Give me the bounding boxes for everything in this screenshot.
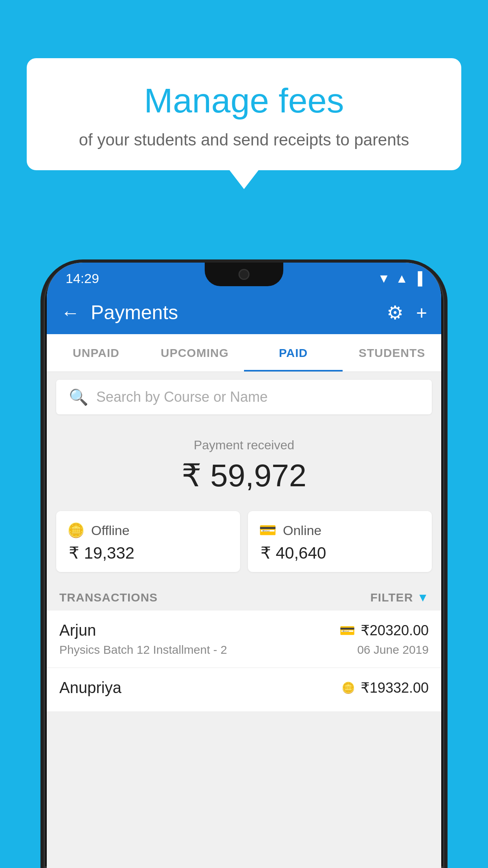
payment-cards: 🪙 Offline ₹ 19,332 💳 Online ₹ 40,640 bbox=[47, 505, 441, 583]
payment-received-section: Payment received ₹ 59,972 bbox=[47, 422, 441, 505]
transactions-header: TRANSACTIONS FILTER ▼ bbox=[47, 583, 441, 611]
transaction-bottom: Physics Batch 12 Installment - 2 06 June… bbox=[59, 643, 429, 657]
status-icons: ▼ ▲ ▐ bbox=[378, 271, 422, 286]
add-icon[interactable]: + bbox=[416, 302, 427, 324]
back-button[interactable]: ← bbox=[61, 302, 80, 324]
phone-frame: 14:29 ▼ ▲ ▐ ← Payments ⚙ + UNPAID UPCOMI… bbox=[44, 263, 444, 868]
search-bar[interactable]: 🔍 Search by Course or Name bbox=[56, 380, 432, 414]
filter-label: FILTER bbox=[371, 591, 413, 604]
transaction-name: Arjun bbox=[59, 622, 96, 639]
tab-unpaid[interactable]: UNPAID bbox=[47, 334, 145, 371]
filter-button[interactable]: FILTER ▼ bbox=[371, 591, 429, 604]
transaction-top: Arjun 💳 ₹20320.00 bbox=[59, 622, 429, 639]
phone-notch bbox=[205, 263, 283, 286]
wifi-icon: ▼ bbox=[378, 271, 390, 286]
speech-bubble: Manage fees of your students and send re… bbox=[27, 58, 461, 170]
tab-students[interactable]: STUDENTS bbox=[343, 334, 441, 371]
signal-icon: ▲ bbox=[396, 271, 408, 286]
bubble-title: Manage fees bbox=[50, 82, 438, 120]
tab-paid[interactable]: PAID bbox=[244, 334, 343, 371]
settings-icon[interactable]: ⚙ bbox=[387, 302, 404, 324]
online-icon: 💳 bbox=[259, 522, 277, 539]
offline-icon: 🪙 bbox=[67, 522, 85, 539]
phone-camera bbox=[238, 269, 250, 280]
online-card: 💳 Online ₹ 40,640 bbox=[248, 511, 432, 572]
screen-content: 🔍 Search by Course or Name Payment recei… bbox=[47, 372, 441, 712]
offline-card: 🪙 Offline ₹ 19,332 bbox=[56, 511, 240, 572]
transaction-name: Anupriya bbox=[59, 679, 121, 697]
online-amount: ₹ 40,640 bbox=[259, 543, 421, 563]
online-label: Online bbox=[283, 523, 321, 538]
table-row[interactable]: Anupriya 🪙 ₹19332.00 bbox=[47, 668, 441, 712]
transactions-label: TRANSACTIONS bbox=[59, 591, 158, 604]
online-card-header: 💳 Online bbox=[259, 522, 421, 539]
page-title: Payments bbox=[91, 301, 376, 324]
filter-icon: ▼ bbox=[417, 591, 429, 604]
rupee-payment-icon: 🪙 bbox=[341, 681, 355, 694]
tab-bar: UNPAID UPCOMING PAID STUDENTS bbox=[47, 334, 441, 372]
transaction-amount: ₹19332.00 bbox=[361, 680, 429, 696]
bubble-subtitle: of your students and send receipts to pa… bbox=[50, 129, 438, 151]
transaction-date: 06 June 2019 bbox=[357, 643, 429, 657]
tab-upcoming[interactable]: UPCOMING bbox=[145, 334, 244, 371]
offline-card-header: 🪙 Offline bbox=[67, 522, 229, 539]
table-row[interactable]: Arjun 💳 ₹20320.00 Physics Batch 12 Insta… bbox=[47, 611, 441, 668]
app-bar-actions: ⚙ + bbox=[387, 302, 427, 324]
phone-screen: 14:29 ▼ ▲ ▐ ← Payments ⚙ + UNPAID UPCOMI… bbox=[47, 263, 441, 868]
card-payment-icon: 💳 bbox=[339, 623, 355, 638]
payment-received-label: Payment received bbox=[56, 438, 432, 452]
search-input[interactable]: Search by Course or Name bbox=[96, 389, 268, 405]
payment-amount: ₹ 59,972 bbox=[56, 457, 432, 494]
transaction-amount: ₹20320.00 bbox=[361, 622, 429, 639]
offline-label: Offline bbox=[91, 523, 130, 538]
transaction-course: Physics Batch 12 Installment - 2 bbox=[59, 643, 227, 657]
app-bar: ← Payments ⚙ + bbox=[47, 291, 441, 334]
offline-amount: ₹ 19,332 bbox=[67, 543, 229, 563]
search-icon: 🔍 bbox=[69, 388, 88, 406]
transaction-amount-wrap: 💳 ₹20320.00 bbox=[339, 622, 429, 639]
transaction-top: Anupriya 🪙 ₹19332.00 bbox=[59, 679, 429, 697]
battery-icon: ▐ bbox=[413, 271, 422, 286]
transaction-amount-wrap: 🪙 ₹19332.00 bbox=[341, 680, 429, 696]
status-time: 14:29 bbox=[66, 271, 99, 286]
